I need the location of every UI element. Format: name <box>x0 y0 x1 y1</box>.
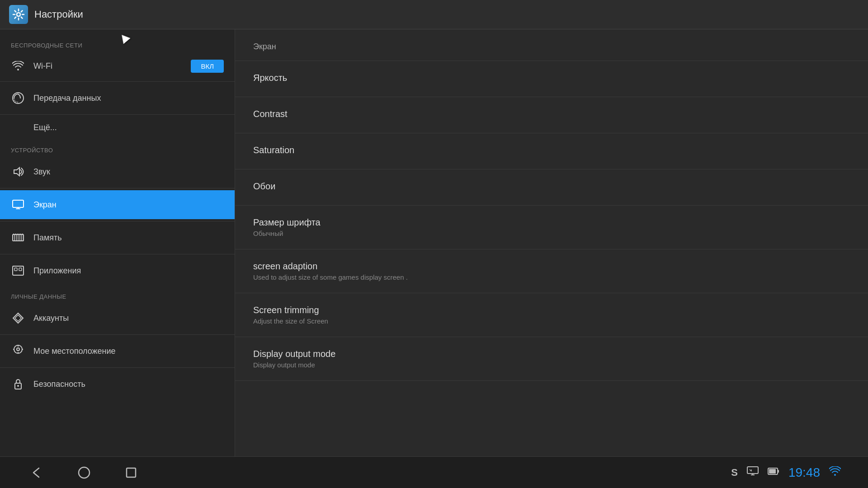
wifi-icon <box>11 59 25 73</box>
setting-screen-adaption[interactable]: screen adaption Used to adjust size of s… <box>235 249 868 293</box>
divider-2 <box>0 114 235 115</box>
brightness-title: Яркость <box>253 73 850 83</box>
sidebar: БЕСПРОВОДНЫЕ СЕТИ Wi-Fi ВКЛ <box>0 29 235 456</box>
location-label: Мое местоположение <box>33 347 116 356</box>
data-transfer-label: Передача данных <box>33 94 101 103</box>
panel-title: Экран <box>235 29 868 61</box>
sidebar-item-accounts[interactable]: Аккаунты <box>0 304 235 333</box>
screen-trimming-title: Screen trimming <box>253 305 850 315</box>
accounts-label: Аккаунты <box>33 314 69 323</box>
setting-screen-trimming[interactable]: Screen trimming Adjust the size of Scree… <box>235 293 868 337</box>
time-display: 19:48 <box>788 465 820 480</box>
sidebar-item-screen[interactable]: Экран <box>0 190 235 219</box>
screen-icon <box>11 197 25 212</box>
setting-saturation[interactable]: Saturation <box>235 133 868 169</box>
svg-point-28 <box>79 467 90 478</box>
right-panel: Экран Яркость Contrast Saturation Обои Р… <box>235 29 868 456</box>
monitor-icon <box>747 466 759 479</box>
setting-contrast[interactable]: Contrast <box>235 97 868 133</box>
data-transfer-icon <box>11 91 25 105</box>
svg-rect-3 <box>13 200 24 207</box>
recents-button[interactable] <box>121 463 141 483</box>
section-device: УСТРОЙСТВО <box>0 139 235 157</box>
wifi-label: Wi-Fi <box>33 61 191 71</box>
battery-icon <box>768 466 779 479</box>
svg-rect-37 <box>769 469 776 474</box>
security-icon <box>11 377 25 391</box>
status-bar: S 19:48 <box>731 465 841 480</box>
sidebar-item-security[interactable]: Безопасность <box>0 370 235 399</box>
sidebar-item-data-transfer[interactable]: Передача данных <box>0 84 235 113</box>
memory-icon <box>11 230 25 245</box>
svg-point-27 <box>17 385 19 387</box>
setting-font-size[interactable]: Размер шрифта Обычный <box>235 206 868 249</box>
location-icon <box>11 344 25 358</box>
top-bar: Настройки <box>0 0 868 29</box>
svg-rect-36 <box>778 470 779 473</box>
font-size-title: Размер шрифта <box>253 217 850 228</box>
saturation-title: Saturation <box>253 145 850 155</box>
setting-display-output[interactable]: Display output mode Display output mode <box>235 337 868 381</box>
contrast-title: Contrast <box>253 109 850 119</box>
svg-point-21 <box>17 348 19 351</box>
svg-point-0 <box>17 13 20 16</box>
divider-7 <box>0 367 235 368</box>
wifi-toggle-button[interactable]: ВКЛ <box>191 60 224 73</box>
svg-rect-18 <box>19 268 22 271</box>
svg-rect-29 <box>127 468 136 477</box>
svg-rect-30 <box>747 467 758 474</box>
setting-brightness[interactable]: Яркость <box>235 61 868 97</box>
security-label: Безопасность <box>33 380 85 389</box>
settings-icon <box>9 5 28 24</box>
sidebar-item-more[interactable]: Ещё... <box>0 117 235 139</box>
apps-icon <box>11 263 25 278</box>
setting-wallpaper[interactable]: Обои <box>235 169 868 206</box>
svg-marker-2 <box>14 168 19 176</box>
s-status-icon: S <box>731 467 738 479</box>
divider-4 <box>0 221 235 221</box>
screen-adaption-subtitle: Used to adjust size of some games displa… <box>253 273 850 281</box>
page-title: Настройки <box>34 9 83 20</box>
nav-buttons <box>27 463 141 483</box>
section-personal: ЛИЧНЫЕ ДАННЫЕ <box>0 285 235 304</box>
font-size-subtitle: Обычный <box>253 230 850 237</box>
screen-adaption-title: screen adaption <box>253 261 850 272</box>
sidebar-item-sound[interactable]: Звук <box>0 157 235 186</box>
divider-5 <box>0 254 235 254</box>
screen-trimming-subtitle: Adjust the size of Screen <box>253 317 850 325</box>
sidebar-item-location[interactable]: Мое местоположение <box>0 337 235 366</box>
screen-label: Экран <box>33 200 57 210</box>
back-button[interactable] <box>27 463 47 483</box>
home-button[interactable] <box>74 463 94 483</box>
apps-label: Приложения <box>33 266 81 276</box>
sound-icon <box>11 164 25 179</box>
divider-1 <box>0 81 235 82</box>
sidebar-item-apps[interactable]: Приложения <box>0 256 235 285</box>
wifi-status-icon <box>829 466 841 479</box>
display-output-subtitle: Display output mode <box>253 361 850 369</box>
divider-6 <box>0 334 235 335</box>
sidebar-item-wifi[interactable]: Wi-Fi ВКЛ <box>0 52 235 80</box>
sound-label: Звук <box>33 167 50 177</box>
main-content: БЕСПРОВОДНЫЕ СЕТИ Wi-Fi ВКЛ <box>0 29 868 456</box>
svg-rect-17 <box>14 268 17 271</box>
sidebar-item-memory[interactable]: Память <box>0 223 235 252</box>
bottom-bar: S 19:48 <box>0 456 868 488</box>
display-output-title: Display output mode <box>253 349 850 359</box>
wallpaper-title: Обои <box>253 181 850 192</box>
section-wireless: БЕСПРОВОДНЫЕ СЕТИ <box>0 34 235 52</box>
memory-label: Память <box>33 233 62 243</box>
divider-3 <box>0 188 235 188</box>
accounts-icon <box>11 311 25 325</box>
